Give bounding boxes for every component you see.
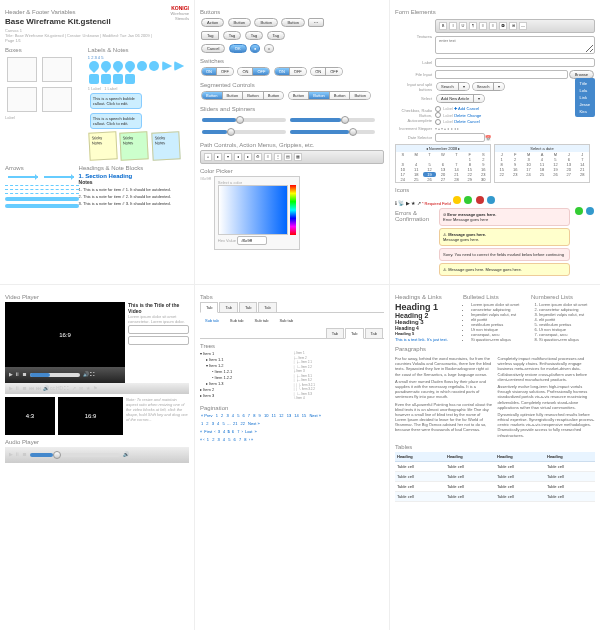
dashed-line [5,189,79,190]
switch[interactable]: ONOFF [237,67,270,76]
delete-link[interactable]: Delete [454,113,466,118]
para: Even the all-powerful Pointing has no co… [395,402,493,433]
trees-heading: Trees [200,343,384,349]
slider[interactable] [202,130,286,134]
arrow-icon [44,176,74,178]
cancel-link[interactable]: Cancel [467,119,479,124]
video-note: Note: To resize and maintain aspect rati… [126,397,189,435]
calendar[interactable]: Select a date JFMAMJJ 1234567 8910111213… [494,144,590,183]
speech-bubble[interactable]: This is a speech bubble callout. Click t… [90,113,142,129]
box-placeholder [7,57,37,82]
slider[interactable] [202,118,286,122]
headings-links-heading: Headings & Links [395,294,459,300]
bulleted-list: Lorem ipsum dolor sit ametconsectetur ad… [463,302,527,342]
note-item: 3. This is a note for item # 3. It shoul… [79,201,189,206]
switches-heading: Switches [200,58,384,64]
pagination[interactable]: « Prev 1 2 3 4 5 6 7 8 9 10 11 12 13 14 … [200,413,384,418]
tabs-heading: Tabs [200,294,384,300]
slider[interactable] [290,130,374,134]
path-toolbar[interactable]: ⌂▸▾◂▸⚙≡⋮▤▦ [200,150,384,164]
tab-bar-right[interactable]: TabTabTab [200,328,384,339]
switch[interactable]: ONOFF [274,67,307,76]
button[interactable]: ⋯ [308,18,324,27]
switch[interactable]: ONOFF [310,67,343,76]
speech-bubble[interactable]: This is a speech bubble callout. Click t… [90,93,142,109]
tab-bar[interactable]: TabTabTabTab [200,302,384,313]
video-player-169[interactable]: 16:9 [5,302,125,367]
boxes-heading: Boxes [5,47,88,53]
button[interactable]: Button [254,18,278,27]
textarea[interactable] [435,36,595,54]
segmented-control[interactable]: ButtonButtonButtonButton [288,91,371,100]
hex-input[interactable] [237,236,267,245]
tag-button[interactable]: Tag [201,31,219,40]
text-link[interactable]: This is a text link. It's just text. [395,337,448,342]
path-controls-heading: Path Controls, Action Menus, Grippies, e… [200,142,384,148]
sticky-note[interactable]: Sticky Notes [119,131,148,160]
cancel-link[interactable]: Cancel [467,106,479,111]
sticky-note[interactable]: Sticky Notes [88,131,117,160]
add-link[interactable]: ✚ Add [454,106,465,111]
rte-toolbar[interactable]: BIU¶≡≡⦿⊞— [435,19,595,33]
ok-button[interactable]: OK [229,44,247,53]
cancel-button[interactable]: Cancel [201,44,225,53]
pagination[interactable]: 1 2 3 4 5 … 21 22 Next » [200,421,384,426]
delete-link[interactable]: Delete [454,119,466,124]
video-heading: Video Player [5,294,189,300]
share-icon: ↗ [417,200,421,206]
dropdown-menu[interactable]: TitleLolaLinkJesseKira [575,78,595,117]
dashed-line [5,193,79,194]
audio-player[interactable]: ▶⏸⏹🔊 [5,447,189,463]
radio[interactable] [435,106,441,112]
button[interactable]: Button [281,18,305,27]
change-link[interactable]: Change [467,113,481,118]
labels-notes-heading: Labels & Notes [88,47,189,53]
tag-button[interactable]: Tag [267,31,285,40]
video-embed-input[interactable] [128,336,189,345]
numbered-heading: Numbered Lists [531,294,595,300]
tag-button[interactable]: Tag [223,31,241,40]
hue-slider[interactable] [290,185,296,235]
video-controls[interactable]: ▶⏸⏹🔊⛶ [5,367,125,383]
calendar[interactable]: ◂ November 2008 ▸ SMTWTFS 12 3456789 101… [395,144,491,183]
search-split[interactable]: Search▾ [472,82,506,91]
para: A small river named Duden flows by their… [395,379,493,400]
tree-view[interactable]: ▾ Item 1 ▸ Item 1.1 ▾ Item 1.2 • Item 1.… [200,351,288,401]
video-toolbar[interactable]: ▶⏸⏹⏮⏭🔊ccHD⛶↗✉★⚑ [5,383,189,394]
hex-label: #6c9ff [200,176,211,181]
segmented-control[interactable]: ButtonButtonButtonButton [201,91,284,100]
text-input[interactable] [435,58,595,67]
video-desc: Lorem ipsum dolor sit amet consectetur. … [128,314,189,324]
data-table: HeadingHeadingHeadingHeading Table cellT… [395,452,595,502]
tag-button[interactable]: Tag [245,31,263,40]
info-icon: ℹ [395,200,397,206]
date-input[interactable] [435,133,485,142]
file-input[interactable] [435,70,568,79]
error-box: ⊘ Error message goes here.Error Message … [439,208,570,226]
calendar-icon[interactable]: 📅 [485,135,491,141]
video-thumb-43[interactable]: 4:3 [5,397,55,435]
search-split[interactable]: Search▾ [436,82,470,91]
select-dropdown[interactable]: Add New Article▾ [436,94,485,103]
pagination[interactable]: « First ‹ 3 4 5 6 7 › Last » [200,429,384,434]
round-button[interactable]: ○ [264,44,274,53]
help-icon [586,207,594,215]
action-button[interactable]: Action [201,18,224,27]
warning-box: ⚠ Message goes here. Message goes here. [439,263,570,276]
sticky-note[interactable]: Sticky Notes [151,131,180,160]
subtab-bar[interactable]: Sub tabSub tabSub tabSub tab [200,316,384,325]
video-thumb-169[interactable]: 16:9 [58,397,123,435]
pagination[interactable]: « ‹ 1 2 3 4 5 6 7 8 › » [200,437,384,442]
round-button[interactable]: ● [250,44,260,53]
notes-title: Notes [79,179,189,185]
button[interactable]: Button [228,18,252,27]
switch[interactable]: ONOFF [201,67,234,76]
video-url-input[interactable] [128,325,189,334]
slider[interactable] [290,118,374,122]
numbered-list: Lorem ipsum dolor sit ametconsectetur ad… [531,302,595,342]
bulleted-heading: Bulleted Lists [463,294,527,300]
color-field[interactable] [218,185,288,235]
radio[interactable] [435,119,441,125]
brand-sub: Wireframe Stencils [158,11,189,21]
h5-example: Heading 5 [395,331,459,336]
